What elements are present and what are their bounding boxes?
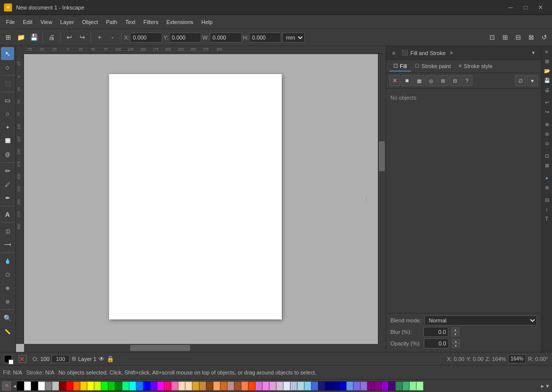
palette-color-45[interactable] bbox=[346, 381, 353, 390]
measure-tool[interactable]: 📏 bbox=[1, 325, 14, 338]
menu-view[interactable]: View bbox=[37, 17, 57, 27]
palette-color-35[interactable] bbox=[276, 381, 283, 390]
y-input[interactable] bbox=[169, 33, 201, 43]
fill-heart-btn[interactable]: ♥ bbox=[527, 75, 538, 86]
palette-color-16[interactable] bbox=[143, 381, 150, 390]
snap-reload[interactable]: ↺ bbox=[538, 32, 550, 44]
layer-visibility-btn[interactable]: 👁 bbox=[99, 355, 105, 362]
copy-btn[interactable]: ⊡ bbox=[542, 151, 551, 160]
maximize-button[interactable]: □ bbox=[518, 0, 533, 15]
fill-pattern-btn[interactable]: ⊞ bbox=[437, 75, 448, 86]
menu-edit[interactable]: Edit bbox=[19, 17, 37, 27]
palette-color-54[interactable] bbox=[409, 381, 416, 390]
snap-btn4[interactable]: ⊠ bbox=[525, 32, 537, 44]
palette-right-btn[interactable]: ▸ bbox=[540, 382, 545, 389]
print-btn[interactable]: 🖨 bbox=[46, 32, 58, 44]
palette-color-51[interactable] bbox=[388, 381, 395, 390]
palette-color-43[interactable] bbox=[332, 381, 339, 390]
palette-color-29[interactable] bbox=[234, 381, 241, 390]
blur-up-btn[interactable]: ▴ bbox=[451, 327, 459, 332]
transform-btn[interactable]: ↕ bbox=[542, 205, 551, 214]
scrollbar-horizontal[interactable] bbox=[24, 344, 378, 352]
palette-color-10[interactable] bbox=[101, 381, 108, 390]
menu-file[interactable]: File bbox=[2, 17, 19, 27]
undo-btn[interactable]: ↩ bbox=[63, 32, 75, 44]
select-tool[interactable]: ↖ bbox=[1, 47, 14, 60]
palette-color-23[interactable] bbox=[192, 381, 199, 390]
palette-color-52[interactable] bbox=[395, 381, 402, 390]
palette-color-7[interactable] bbox=[80, 381, 87, 390]
palette-color-25[interactable] bbox=[206, 381, 213, 390]
save-file-btn[interactable]: 💾 bbox=[542, 76, 551, 85]
w-input[interactable] bbox=[210, 33, 242, 43]
fill-linear-btn[interactable]: ▦ bbox=[413, 75, 424, 86]
scrollbar-vertical[interactable]: ⋮ bbox=[378, 54, 386, 344]
unit-select[interactable]: mm px pt cm bbox=[282, 33, 305, 43]
snap-btn[interactable]: ⊡ bbox=[486, 32, 498, 44]
blend-mode-select[interactable]: Normal Multiply Screen Overlay bbox=[424, 315, 537, 325]
palette-color-0[interactable] bbox=[31, 381, 38, 390]
palette-color-3[interactable] bbox=[52, 381, 59, 390]
palette-color-9[interactable] bbox=[94, 381, 101, 390]
star-tool[interactable]: ✦ bbox=[1, 121, 14, 134]
palette-color-53[interactable] bbox=[402, 381, 409, 390]
fill-flat-btn[interactable]: ■ bbox=[401, 75, 412, 86]
h-input[interactable] bbox=[249, 33, 281, 43]
palette-color-21[interactable] bbox=[178, 381, 185, 390]
gradient-tool[interactable]: ◫ bbox=[1, 224, 14, 237]
bw-color-0[interactable] bbox=[17, 381, 24, 390]
palette-left-btn[interactable]: ◂ bbox=[12, 382, 17, 389]
palette-color-55[interactable] bbox=[416, 381, 423, 390]
palette-color-49[interactable] bbox=[374, 381, 381, 390]
palette-color-6[interactable] bbox=[73, 381, 80, 390]
text-tool[interactable]: A bbox=[1, 208, 14, 221]
layer-lock-btn[interactable]: 🔒 bbox=[107, 355, 114, 362]
palette-color-50[interactable] bbox=[381, 381, 388, 390]
palette-color-14[interactable] bbox=[129, 381, 136, 390]
palette-color-28[interactable] bbox=[227, 381, 234, 390]
panel-expand-btn[interactable]: ▾ bbox=[528, 48, 539, 59]
menu-object[interactable]: Object bbox=[78, 17, 102, 27]
menu-layer[interactable]: Layer bbox=[56, 17, 78, 27]
palette-color-33[interactable] bbox=[262, 381, 269, 390]
scrollbar-thumb-v[interactable] bbox=[379, 141, 385, 171]
paste-btn[interactable]: ⊠ bbox=[542, 161, 551, 170]
palette-color-31[interactable] bbox=[248, 381, 255, 390]
undo-btn2[interactable]: ↩ bbox=[542, 98, 551, 107]
zoom-input[interactable] bbox=[508, 354, 526, 363]
panel-menu-btn[interactable]: ≡ bbox=[388, 48, 399, 59]
opacity-field[interactable]: 100 bbox=[52, 355, 70, 363]
3d-box-tool[interactable]: ⬜ bbox=[1, 134, 14, 147]
palette-color-27[interactable] bbox=[220, 381, 227, 390]
palette-color-11[interactable] bbox=[108, 381, 115, 390]
minimize-button[interactable]: ─ bbox=[503, 0, 518, 15]
palette-color-41[interactable] bbox=[318, 381, 325, 390]
dropper-tool[interactable]: 💧 bbox=[1, 254, 14, 267]
palette-color-47[interactable] bbox=[360, 381, 367, 390]
align-btn[interactable]: ⊟ bbox=[542, 195, 551, 204]
palette-expand-btn[interactable]: ▾ bbox=[545, 382, 550, 389]
palette-color-44[interactable] bbox=[339, 381, 346, 390]
palette-color-42[interactable] bbox=[325, 381, 332, 390]
eraser-tool[interactable]: ⊘ bbox=[1, 295, 14, 308]
menu-extensions[interactable]: Extensions bbox=[162, 17, 197, 27]
palette-color-2[interactable] bbox=[45, 381, 52, 390]
panel-close-btn[interactable]: × bbox=[447, 49, 455, 58]
palette-color-5[interactable] bbox=[66, 381, 73, 390]
calligraphy-tool[interactable]: ✒ bbox=[1, 191, 14, 204]
palette-color-12[interactable] bbox=[115, 381, 122, 390]
palette-color-20[interactable] bbox=[171, 381, 178, 390]
fill-radial-btn[interactable]: ◎ bbox=[425, 75, 436, 86]
zoom-fit-btn[interactable]: ⊙ bbox=[542, 139, 551, 148]
palette-color-13[interactable] bbox=[122, 381, 129, 390]
palette-color-46[interactable] bbox=[353, 381, 360, 390]
tab-stroke-style[interactable]: ≡ Stroke style bbox=[455, 62, 496, 72]
zoom-in-btn[interactable]: + bbox=[94, 32, 106, 44]
palette-color-22[interactable] bbox=[185, 381, 192, 390]
redo-btn2[interactable]: ↪ bbox=[542, 107, 551, 116]
menu-help[interactable]: Help bbox=[197, 17, 217, 27]
fill-unset-btn[interactable]: ∅ bbox=[515, 75, 526, 86]
redo-btn[interactable]: ↪ bbox=[76, 32, 88, 44]
palette-color-30[interactable] bbox=[241, 381, 248, 390]
palette-color-18[interactable] bbox=[157, 381, 164, 390]
